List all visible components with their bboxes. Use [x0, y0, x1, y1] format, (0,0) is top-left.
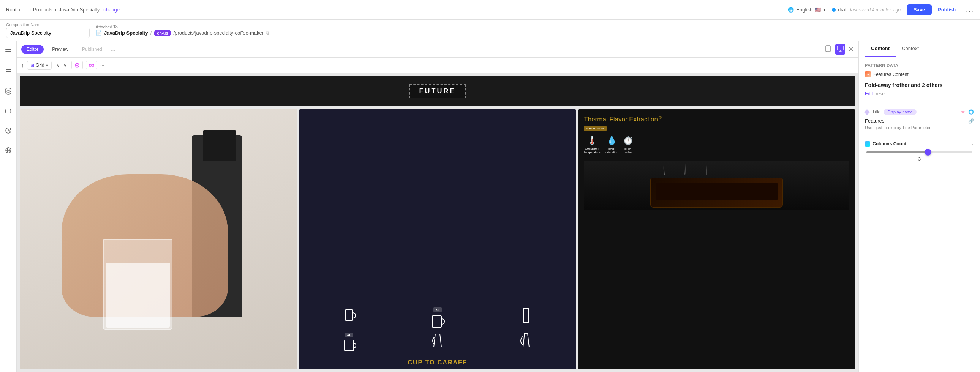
more-options-button[interactable]: ...: [966, 6, 974, 14]
mobile-view-button[interactable]: [824, 44, 832, 55]
globe-small-icon[interactable]: 🌐: [968, 109, 974, 114]
sidebar-icon-globe[interactable]: [2, 144, 14, 156]
tab-context[interactable]: Context: [896, 41, 925, 57]
features-field-label: Features: [865, 118, 884, 124]
cup-icon-xl: [430, 313, 445, 329]
carafe-icon-2: [519, 332, 533, 348]
breadcrumb-dots: ...: [23, 7, 27, 13]
sidebar-icon-database[interactable]: [2, 85, 14, 97]
top-bar: Root › ... › Products › JavaDrip Special…: [0, 0, 980, 20]
breadcrumb-sep: ›: [55, 7, 56, 13]
attached-label: Attached To: [96, 25, 269, 29]
save-button[interactable]: Save: [907, 4, 932, 15]
chevron-down-icon: ▾: [46, 63, 48, 68]
breadcrumb-sep: ›: [29, 7, 31, 13]
cell3-content: Thermal Flavor Extraction ® GROUNDS 🌡️ C…: [578, 109, 856, 369]
svg-rect-20: [523, 308, 529, 323]
publish-button[interactable]: Publish...: [938, 7, 960, 13]
display-name-badge[interactable]: Display name: [883, 109, 916, 115]
slider-fill: [866, 151, 930, 153]
tab-published[interactable]: Published: [77, 45, 108, 54]
feature-brew-cycles: ⏱️ Brewcycles: [623, 135, 633, 155]
features-row: 🌡️ Consistenttemperature 💧 Evensaturatio…: [584, 135, 850, 155]
copy-icon[interactable]: ⧉: [266, 30, 269, 36]
panel-content: Pattern Data ✦ Features Content Fold-awa…: [859, 57, 980, 372]
attached-row: 📄 JavaDrip Specialty / en-us /products/j…: [96, 30, 269, 36]
canvas-header: FUTURE: [20, 76, 856, 106]
sidebar-icon-history[interactable]: [2, 124, 14, 137]
chevron-down-icon: ▾: [823, 7, 826, 13]
columns-count-label: Columns Count: [872, 141, 966, 146]
up-button[interactable]: ↑: [21, 62, 24, 68]
left-sidebar: {...}: [0, 41, 17, 372]
composition-name-input[interactable]: [6, 28, 90, 38]
columns-more-button[interactable]: ···: [968, 141, 974, 147]
editor-more-button[interactable]: ...: [111, 46, 116, 53]
cup-icon-xl2: [342, 339, 356, 353]
slider-container: 3: [865, 151, 974, 162]
up-arrow-button[interactable]: ∧: [55, 62, 61, 69]
content-toolbar-more[interactable]: ···: [100, 62, 105, 68]
grid-icon: ⊞: [30, 63, 34, 68]
grid-dropdown[interactable]: ⊞ Grid ▾: [27, 61, 52, 70]
columns-count-icon: [865, 141, 870, 146]
title-diamond-icon: [864, 109, 870, 115]
flag-icon: 🇺🇸: [815, 7, 821, 13]
path-separator: /: [150, 30, 152, 36]
columns-count-row: Columns Count ···: [865, 141, 974, 147]
svg-rect-16: [92, 64, 94, 67]
slider-track: [866, 151, 972, 153]
features-content-text: Features Content: [873, 72, 908, 77]
sidebar-icon-layers[interactable]: [2, 65, 14, 78]
feature-temperature: 🌡️ Consistenttemperature: [584, 135, 600, 155]
edit-link[interactable]: Edit: [865, 91, 873, 96]
breadcrumb-products: Products: [33, 7, 52, 13]
panel-tabs: Content Context: [859, 41, 980, 57]
reset-link[interactable]: reset: [876, 91, 886, 96]
svg-rect-12: [837, 46, 843, 50]
sidebar-icon-code[interactable]: {...}: [2, 105, 14, 117]
editor-toolbar: Editor Preview Published ... ✕: [17, 41, 858, 58]
features-label-row: Features 🔗: [865, 118, 974, 124]
features-content-row: ✦ Features Content: [865, 72, 974, 78]
close-button[interactable]: ✕: [848, 45, 854, 54]
slider-thumb[interactable]: [924, 149, 931, 156]
svg-point-14: [76, 65, 78, 66]
svg-rect-4: [6, 71, 11, 72]
tab-editor[interactable]: Editor: [21, 45, 44, 54]
canvas: FUTURE: [17, 73, 858, 372]
second-bar: Composition Name Attached To 📄 JavaDrip …: [0, 20, 980, 41]
toolbar-right: ✕: [824, 44, 854, 55]
svg-rect-21: [345, 340, 354, 351]
cup-icon-small: [342, 307, 356, 323]
desktop-view-button[interactable]: [835, 44, 845, 55]
draft-dot: [832, 8, 836, 12]
svg-rect-0: [5, 49, 11, 50]
globe-icon: 🌐: [788, 7, 794, 13]
locale-badge[interactable]: en-us: [154, 30, 171, 36]
down-arrow-button[interactable]: ∨: [62, 62, 68, 69]
cup-to-carafe-label: CUP TO CARAFE: [299, 356, 577, 369]
grounds-badge: GROUNDS: [584, 126, 607, 131]
component-target-button[interactable]: [72, 61, 83, 70]
divider-2: [865, 136, 974, 136]
cup-icon-tall: [520, 307, 532, 323]
draft-status: draft last saved 4 minutes ago: [832, 7, 900, 13]
main-layout: {...} Editor Preview Published ...: [0, 41, 980, 372]
pencil-edit-icon[interactable]: ✏: [961, 109, 965, 114]
language-selector[interactable]: 🌐 English 🇺🇸 ▾: [788, 7, 826, 13]
tab-content[interactable]: Content: [865, 41, 896, 57]
draft-label: draft: [838, 7, 848, 13]
coffee-image: [584, 161, 850, 210]
breadcrumb-specialty: JavaDrip Specialty: [59, 7, 100, 13]
title-row: Title Display name ✏ 🌐: [865, 109, 974, 115]
svg-rect-15: [89, 64, 91, 67]
sidebar-icon-menu[interactable]: [2, 46, 14, 58]
change-link[interactable]: change...: [103, 7, 124, 13]
cell1-image: [20, 109, 298, 369]
features-content-icon: ✦: [865, 72, 871, 78]
tab-preview[interactable]: Preview: [47, 45, 74, 54]
component-link-button[interactable]: [86, 61, 97, 70]
canvas-cell-2: XL XL: [299, 109, 577, 369]
svg-rect-1: [5, 51, 11, 52]
